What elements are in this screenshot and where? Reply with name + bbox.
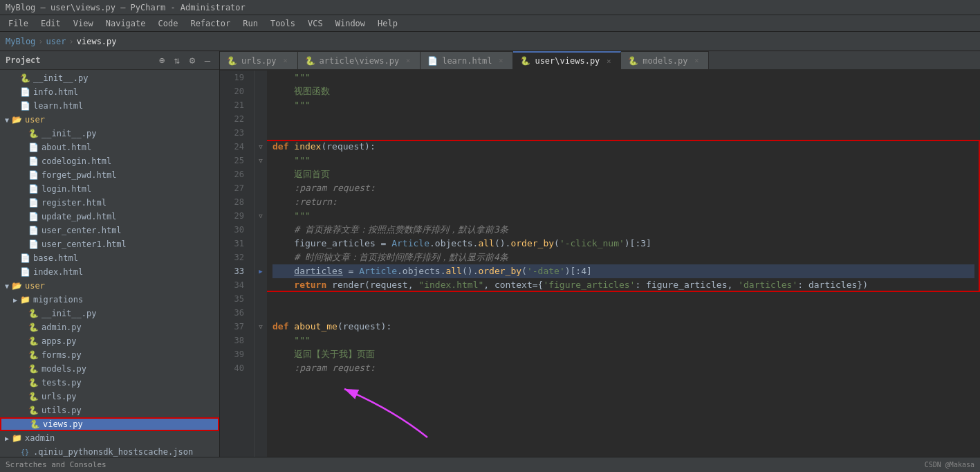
add-icon[interactable]: ⊕ [156, 54, 168, 66]
tree-label: apps.py [41, 336, 77, 346]
tree-label: user [25, 281, 45, 291]
tab-close-article[interactable]: × [403, 56, 413, 66]
tree-label: utils.py [41, 406, 82, 415]
sidebar-project-label: Project [6, 55, 41, 65]
code-line-27: :param request: [272, 181, 974, 195]
menu-refactor[interactable]: Refactor [185, 17, 236, 30]
menu-help[interactable]: Help [372, 17, 403, 30]
collapse-icon[interactable]: — [201, 54, 214, 66]
gutter: ▽ ▽ ▽ ▶ ▽ [255, 71, 267, 457]
settings-icon[interactable]: ⚙ [186, 54, 198, 66]
tree-label: __init__.py [33, 73, 88, 83]
py-icon: 🐍 [28, 350, 39, 361]
menu-bar: File Edit View Navigate Code Refactor Ru… [0, 15, 980, 32]
bottom-left: Scratches and Consoles [6, 460, 107, 469]
code-line-35 [272, 292, 974, 306]
editor[interactable]: 19 20 21 22 23 24 25 26 27 28 29 30 31 3… [220, 71, 980, 457]
tree-label: views.py [43, 419, 83, 429]
menu-file[interactable]: File [3, 17, 34, 30]
tab-models-py[interactable]: 🐍 models.py × [621, 51, 709, 69]
sidebar-item-migrations[interactable]: ▶ 📁 migrations [0, 293, 219, 307]
breadcrumb-myblog[interactable]: MyBlog [6, 37, 35, 46]
gutter-26 [255, 167, 267, 181]
line-num-25: 25 [220, 154, 250, 167]
sidebar-item-views-py[interactable]: 🐍 views.py [0, 417, 219, 431]
tab-close-learn[interactable]: × [496, 56, 506, 66]
sidebar-item-user-folder2[interactable]: ▼ 📂 user [0, 279, 219, 293]
sidebar-item-update-pwd[interactable]: 📄 update_pwd.html [0, 210, 219, 224]
sidebar-item-user-folder1[interactable]: ▼ 📂 user [0, 113, 219, 127]
scratches-label[interactable]: Scratches and Consoles [6, 460, 107, 469]
sidebar-item-index-html[interactable]: 📄 index.html [0, 265, 219, 279]
py-icon: 🐍 [28, 322, 39, 333]
sidebar-item-login-html[interactable]: 📄 login.html [0, 182, 219, 196]
sidebar-item-user-init[interactable]: 🐍 __init__.py [0, 127, 219, 140]
tree-arrow: ▼ [3, 282, 11, 290]
gutter-21 [255, 98, 267, 112]
html-icon: 📄 [28, 211, 39, 222]
menu-vcs[interactable]: VCS [302, 17, 329, 30]
menu-run[interactable]: Run [237, 17, 264, 30]
sidebar-item-user-center1[interactable]: 📄 user_center1.html [0, 237, 219, 251]
tree-label: about.html [41, 143, 91, 152]
line-num-35: 35 [220, 292, 250, 306]
tree-label: codelogin.html [41, 156, 111, 166]
code-line-36 [272, 306, 974, 320]
tree-label: models.py [41, 364, 86, 374]
code-content[interactable]: """ 视图函数 """ def index(request): """ 返回首… [267, 71, 980, 457]
sidebar-item-tests-py[interactable]: 🐍 tests.py [0, 376, 219, 390]
sidebar-item-info-html[interactable]: 📄 info.html [0, 85, 219, 99]
menu-code[interactable]: Code [153, 17, 184, 30]
sidebar-item-apps-py[interactable]: 🐍 apps.py [0, 334, 219, 348]
tab-article-views[interactable]: 🐍 article\views.py × [298, 51, 421, 69]
gutter-30 [255, 223, 267, 237]
tree-label: index.html [33, 267, 83, 277]
menu-tools[interactable]: Tools [265, 17, 301, 30]
tab-learn-html[interactable]: 📄 learn.html × [420, 51, 513, 69]
sidebar-item-admin-py[interactable]: 🐍 admin.py [0, 320, 219, 334]
line-num-32: 32 [220, 251, 250, 264]
sidebar-item-qiniu-json[interactable]: {} .qiniu_pythonsdk_hostscache.json [0, 445, 219, 457]
sidebar-item-user-init2[interactable]: 🐍 __init__.py [0, 307, 219, 320]
code-line-21: """ [272, 98, 974, 112]
menu-edit[interactable]: Edit [35, 17, 66, 30]
sidebar-item-forget-pwd[interactable]: 📄 forget_pwd.html [0, 168, 219, 182]
sidebar-item-learn-html[interactable]: 📄 learn.html [0, 99, 219, 113]
menu-view[interactable]: View [68, 17, 99, 30]
breadcrumb-file[interactable]: views.py [77, 37, 117, 46]
breadcrumb-sep1: › [38, 37, 43, 46]
tab-icon: 🐍 [227, 56, 237, 66]
line-num-40: 40 [220, 361, 250, 375]
tab-user-views[interactable]: 🐍 user\views.py × [513, 51, 621, 69]
sidebar-item-user-center[interactable]: 📄 user_center.html [0, 224, 219, 237]
tree-label: update_pwd.html [41, 212, 116, 221]
tab-close-user-views[interactable]: × [604, 56, 613, 66]
tree-label: forms.py [41, 350, 82, 360]
tab-label: models.py [642, 56, 687, 66]
sidebar-item-about-html[interactable]: 📄 about.html [0, 140, 219, 154]
breadcrumb-user[interactable]: user [46, 37, 66, 46]
code-line-24: def index(request): [272, 140, 974, 154]
tab-close-urls[interactable]: × [281, 56, 290, 66]
sidebar-item-codelogin[interactable]: 📄 codelogin.html [0, 154, 219, 168]
tab-urls-py[interactable]: 🐍 urls.py × [220, 51, 298, 69]
sidebar-item-urls-py[interactable]: 🐍 urls.py [0, 390, 219, 403]
sidebar-item-forms-py[interactable]: 🐍 forms.py [0, 348, 219, 362]
tree-arrow: ▶ [11, 296, 19, 304]
menu-window[interactable]: Window [330, 17, 371, 30]
tab-icon: 🐍 [305, 56, 315, 66]
html-icon: 📄 [19, 266, 30, 278]
sidebar-item-utils-py[interactable]: 🐍 utils.py [0, 403, 219, 417]
sidebar-item-register-html[interactable]: 📄 register.html [0, 196, 219, 210]
line-num-37: 37 [220, 320, 250, 334]
menu-navigate[interactable]: Navigate [100, 17, 151, 30]
sidebar-item-base-html[interactable]: 📄 base.html [0, 251, 219, 265]
sort-icon[interactable]: ⇅ [171, 54, 183, 66]
sidebar-item-xadmin[interactable]: ▶ 📁 xadmin [0, 431, 219, 445]
py-icon: 🐍 [28, 308, 39, 319]
sidebar-item-models-py[interactable]: 🐍 models.py [0, 362, 219, 376]
folder-icon: 📂 [11, 114, 22, 125]
tab-close-models[interactable]: × [692, 56, 701, 66]
line-num-27: 27 [220, 181, 250, 195]
sidebar-item-init-root[interactable]: 🐍 __init__.py [0, 71, 219, 85]
